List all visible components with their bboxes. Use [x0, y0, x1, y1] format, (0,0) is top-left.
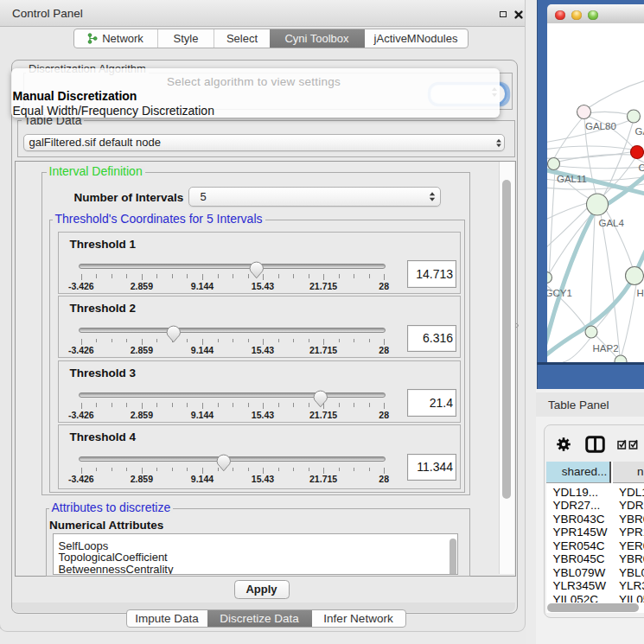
svg-text:GAL4: GAL4: [599, 218, 625, 228]
svg-text:GAL11: GAL11: [557, 174, 587, 184]
svg-text:H: H: [637, 288, 644, 298]
svg-text:HAP2: HAP2: [593, 343, 619, 354]
svg-text:GAL: GAL: [635, 126, 644, 137]
svg-text:GAL80: GAL80: [585, 121, 616, 131]
svg-text:C: C: [639, 163, 644, 173]
svg-text:GCY1: GCY1: [547, 288, 572, 298]
